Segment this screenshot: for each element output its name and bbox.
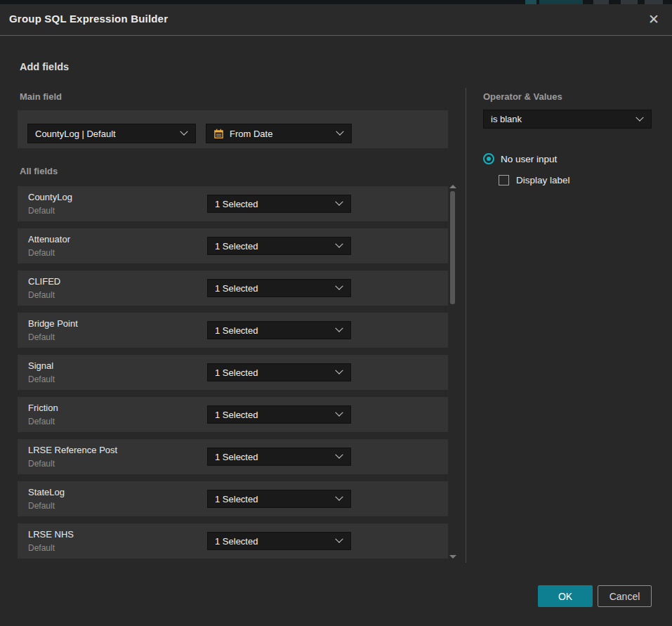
main-field-layer-dropdown[interactable]: CountyLog | Default: [27, 124, 196, 143]
layer-dropdown-value: CountyLog | Default: [28, 129, 116, 139]
scrollbar-up-arrow[interactable]: [449, 185, 456, 188]
scrollbar-down-arrow[interactable]: [449, 555, 456, 559]
ok-button[interactable]: OK: [538, 585, 593, 607]
cancel-button[interactable]: Cancel: [598, 585, 652, 607]
group-sql-expression-builder-dialog: Group SQL Expression Builder ✕ Add field…: [0, 4, 672, 626]
field-row: CLIFED Default 1 Selected: [18, 270, 448, 306]
selected-count: 1 Selected: [208, 452, 258, 462]
checkbox-unchecked-icon: [499, 175, 509, 185]
field-selected-dropdown[interactable]: 1 Selected: [207, 448, 351, 466]
selected-count: 1 Selected: [208, 199, 258, 209]
field-sublabel: Default: [28, 332, 55, 342]
panel-divider: [466, 88, 466, 563]
field-name: Friction: [28, 403, 58, 413]
field-selected-dropdown[interactable]: 1 Selected: [207, 363, 351, 382]
field-selected-dropdown[interactable]: 1 Selected: [207, 490, 351, 508]
chevron-down-icon: [335, 493, 343, 501]
field-sublabel: Default: [28, 206, 55, 216]
all-fields-list: CountyLog Default 1 Selected Attenuator …: [18, 186, 448, 566]
screen: Group SQL Expression Builder ✕ Add field…: [0, 0, 672, 626]
main-field-label: Main field: [20, 91, 62, 102]
field-row: Bridge Point Default 1 Selected: [18, 313, 448, 348]
selected-count: 1 Selected: [208, 241, 258, 252]
close-icon[interactable]: ✕: [644, 10, 664, 30]
field-row: LRSE Reference Post Default 1 Selected: [18, 439, 448, 474]
field-name: Bridge Point: [28, 318, 78, 329]
selected-count: 1 Selected: [208, 283, 258, 294]
field-dropdown-value: From Date: [230, 129, 272, 139]
chevron-down-icon: [335, 325, 343, 332]
calendar-icon: [213, 129, 224, 139]
all-fields-label: All fields: [20, 166, 58, 176]
chevron-down-icon: [335, 367, 343, 374]
display-label-text: Display label: [516, 175, 570, 185]
field-sublabel: Default: [28, 459, 55, 469]
chevron-down-icon: [635, 113, 643, 121]
field-name: Attenuator: [28, 234, 70, 244]
field-row: Friction Default 1 Selected: [18, 397, 448, 432]
operator-dropdown-value: is blank: [484, 114, 522, 124]
field-selected-dropdown[interactable]: 1 Selected: [207, 405, 351, 424]
chevron-down-icon: [335, 409, 343, 417]
field-row: Signal Default 1 Selected: [18, 355, 448, 390]
selected-count: 1 Selected: [208, 325, 258, 336]
chevron-down-icon: [335, 282, 343, 290]
field-sublabel: Default: [28, 374, 55, 384]
field-name: CLIFED: [28, 276, 60, 287]
chevron-down-icon: [335, 240, 343, 248]
radio-selected-icon: [483, 153, 494, 164]
chevron-down-icon: [336, 128, 343, 136]
field-name: CountyLog: [28, 192, 72, 202]
field-sublabel: Default: [28, 290, 55, 300]
selected-count: 1 Selected: [208, 536, 258, 547]
field-row: LRSE NHS Default 1 Selected: [18, 523, 448, 559]
field-selected-dropdown[interactable]: 1 Selected: [207, 237, 351, 255]
field-name: LRSE Reference Post: [28, 445, 117, 455]
field-sublabel: Default: [28, 248, 55, 258]
field-selected-dropdown[interactable]: 1 Selected: [207, 279, 351, 297]
scrollbar-thumb[interactable]: [450, 191, 455, 304]
field-sublabel: Default: [28, 543, 55, 553]
chevron-down-icon: [335, 451, 343, 459]
dialog-title: Group SQL Expression Builder: [9, 13, 168, 25]
field-selected-dropdown[interactable]: 1 Selected: [207, 532, 351, 550]
dialog-header: Group SQL Expression Builder ✕: [0, 4, 672, 36]
chevron-down-icon: [180, 128, 187, 136]
field-name: Signal: [28, 360, 53, 371]
field-row: StateLog Default 1 Selected: [18, 481, 448, 516]
field-row: Attenuator Default 1 Selected: [18, 228, 448, 263]
main-field-panel: CountyLog | Default: [18, 110, 448, 148]
selected-count: 1 Selected: [208, 410, 258, 420]
chevron-down-icon: [335, 198, 343, 206]
chevron-down-icon: [335, 535, 343, 543]
display-label-checkbox[interactable]: Display label: [499, 175, 570, 185]
field-sublabel: Default: [28, 417, 55, 426]
field-name: StateLog: [28, 487, 65, 497]
no-user-input-radio[interactable]: No user input: [483, 153, 557, 164]
no-user-input-label: No user input: [501, 154, 557, 164]
field-row: CountyLog Default 1 Selected: [18, 186, 448, 221]
operator-dropdown[interactable]: is blank: [483, 110, 652, 129]
main-field-field-dropdown[interactable]: From Date: [206, 124, 352, 143]
field-name: LRSE NHS: [28, 529, 74, 540]
selected-count: 1 Selected: [208, 494, 258, 504]
field-selected-dropdown[interactable]: 1 Selected: [207, 195, 351, 213]
field-sublabel: Default: [28, 501, 55, 511]
add-fields-heading: Add fields: [20, 61, 69, 72]
selected-count: 1 Selected: [208, 367, 258, 378]
field-selected-dropdown[interactable]: 1 Selected: [207, 321, 351, 339]
operator-values-label: Operator & Values: [483, 91, 562, 102]
